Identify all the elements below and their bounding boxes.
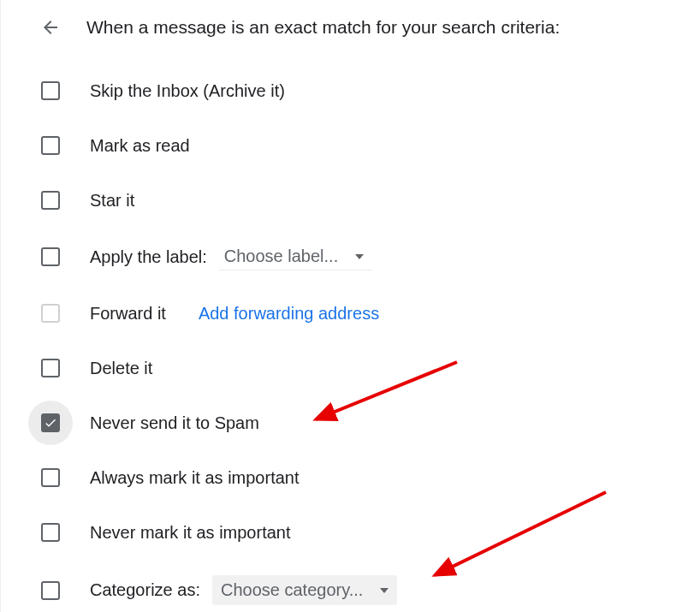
label-always-important: Always mark it as important <box>90 468 300 488</box>
label-forward-it: Forward it <box>90 304 166 324</box>
label-never-important: Never mark it as important <box>90 523 291 543</box>
link-add-forwarding[interactable]: Add forwarding address <box>199 304 379 324</box>
dropdown-choose-label-text: Choose label... <box>224 247 338 266</box>
checkbox-mark-read[interactable] <box>40 135 61 156</box>
checkbox-categorize[interactable] <box>40 580 61 601</box>
label-never-spam: Never send it to Spam <box>90 413 259 433</box>
label-delete-it: Delete it <box>90 359 152 378</box>
dropdown-choose-label[interactable]: Choose label... <box>219 243 372 270</box>
label-mark-read: Mark as read <box>90 136 190 156</box>
dropdown-choose-category[interactable]: Choose category... <box>212 575 397 605</box>
back-arrow-icon[interactable] <box>40 17 61 38</box>
checkbox-apply-label[interactable] <box>40 247 61 267</box>
checkbox-forward-it[interactable] <box>40 303 61 324</box>
checkbox-always-important[interactable] <box>40 467 61 488</box>
chevron-down-icon <box>380 588 389 593</box>
checkbox-never-spam[interactable] <box>40 413 61 433</box>
label-skip-inbox: Skip the Inbox (Archive it) <box>90 81 285 101</box>
checkbox-skip-inbox[interactable] <box>40 80 61 101</box>
checkbox-delete-it[interactable] <box>40 358 61 378</box>
page-title: When a message is an exact match for you… <box>86 17 560 38</box>
label-apply-label: Apply the label: <box>90 247 207 267</box>
dropdown-choose-category-text: Choose category... <box>221 580 363 600</box>
checkbox-star-it[interactable] <box>40 190 61 211</box>
label-star-it: Star it <box>90 191 134 211</box>
chevron-down-icon <box>355 254 364 259</box>
label-categorize: Categorize as: <box>90 580 200 600</box>
checkbox-never-important[interactable] <box>40 522 61 543</box>
